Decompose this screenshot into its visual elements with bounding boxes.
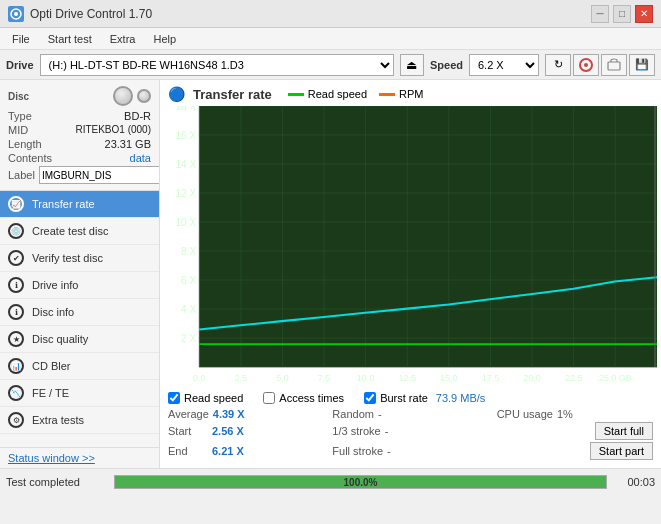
mid-value: RITEKBO1 (000)	[75, 124, 151, 136]
checkboxes-row: Read speed Access times Burst rate 73.9 …	[168, 392, 653, 404]
full-stroke-row: Full stroke -	[332, 442, 488, 460]
start-label: Start	[168, 425, 208, 437]
disc-info-icon: ℹ	[8, 304, 24, 320]
create-test-disc-icon: 💿	[8, 223, 24, 239]
eject-button[interactable]: ⏏	[400, 54, 424, 76]
label-input[interactable]	[39, 166, 160, 184]
type-value: BD-R	[124, 110, 151, 122]
stroke-1-3-row: 1/3 stroke -	[332, 422, 488, 440]
disc-icon-btn[interactable]	[573, 54, 599, 76]
nav-item-drive-info[interactable]: ℹ Drive info	[0, 272, 159, 299]
svg-text:15.0: 15.0	[440, 373, 458, 383]
read-speed-checkbox[interactable]	[168, 392, 180, 404]
rpm-color	[379, 93, 395, 96]
stats-grid: Average 4.39 X Random - CPU usage 1% Sta…	[168, 408, 653, 460]
minimize-button[interactable]: ─	[591, 5, 609, 23]
maximize-button[interactable]: □	[613, 5, 631, 23]
sidebar: Disc Type BD-R MID RITEKBO1 (000) Length…	[0, 80, 160, 468]
close-button[interactable]: ✕	[635, 5, 653, 23]
svg-text:17.5: 17.5	[482, 373, 500, 383]
app-icon	[8, 6, 24, 22]
speed-select[interactable]: 6.2 X	[469, 54, 539, 76]
start-part-cell: Start part	[497, 442, 653, 460]
chart-bottom: Read speed Access times Burst rate 73.9 …	[164, 388, 657, 464]
cpu-row: CPU usage 1%	[497, 408, 653, 420]
nav-item-cd-bler[interactable]: 📊 CD Bler	[0, 353, 159, 380]
end-value: 6.21 X	[212, 445, 252, 457]
full-stroke-value: -	[387, 445, 391, 457]
fe-te-icon: 📉	[8, 385, 24, 401]
svg-point-3	[584, 63, 588, 67]
nav-item-verify-test-disc[interactable]: ✔ Verify test disc	[0, 245, 159, 272]
burst-rate-checkbox-text: Burst rate	[380, 392, 428, 404]
burst-rate-checkbox-label[interactable]: Burst rate 73.9 MB/s	[364, 392, 485, 404]
read-speed-checkbox-text: Read speed	[184, 392, 243, 404]
nav-item-extra-tests[interactable]: ⚙ Extra tests	[0, 407, 159, 434]
start-full-cell: Start full	[497, 422, 653, 440]
action-buttons: ↻ 💾	[545, 54, 655, 76]
window-controls: ─ □ ✕	[591, 5, 653, 23]
menu-file[interactable]: File	[4, 31, 38, 47]
cpu-label: CPU usage	[497, 408, 553, 420]
average-label: Average	[168, 408, 209, 420]
nav-items: 📈 Transfer rate 💿 Create test disc ✔ Ver…	[0, 191, 159, 447]
contents-value: data	[130, 152, 151, 164]
nav-item-disc-info[interactable]: ℹ Disc info	[0, 299, 159, 326]
erase-button[interactable]	[601, 54, 627, 76]
length-value: 23.31 GB	[105, 138, 151, 150]
progress-bar-container: 100.0%	[114, 475, 607, 489]
menu-extra[interactable]: Extra	[102, 31, 144, 47]
access-times-checkbox[interactable]	[263, 392, 275, 404]
access-times-checkbox-text: Access times	[279, 392, 344, 404]
nav-item-fe-te[interactable]: 📉 FE / TE	[0, 380, 159, 407]
start-full-button[interactable]: Start full	[595, 422, 653, 440]
svg-text:7.5: 7.5	[318, 373, 331, 383]
start-part-button[interactable]: Start part	[590, 442, 653, 460]
nav-label-disc-quality: Disc quality	[32, 333, 88, 345]
nav-label-transfer-rate: Transfer rate	[32, 198, 95, 210]
menu-help[interactable]: Help	[145, 31, 184, 47]
start-row: Start 2.56 X	[168, 422, 324, 440]
status-text: Test completed	[6, 476, 106, 488]
average-row: Average 4.39 X	[168, 408, 324, 420]
access-times-checkbox-label[interactable]: Access times	[263, 392, 344, 404]
nav-label-create-test-disc: Create test disc	[32, 225, 108, 237]
svg-text:12 X: 12 X	[176, 188, 197, 199]
type-label: Type	[8, 110, 32, 122]
random-row: Random -	[332, 408, 488, 420]
extra-tests-icon: ⚙	[8, 412, 24, 428]
svg-text:4 X: 4 X	[181, 304, 196, 315]
nav-label-cd-bler: CD Bler	[32, 360, 71, 372]
svg-text:22.5: 22.5	[565, 373, 583, 383]
svg-rect-5	[199, 106, 657, 367]
read-speed-checkbox-label[interactable]: Read speed	[168, 392, 243, 404]
stroke-1-3-label: 1/3 stroke	[332, 425, 380, 437]
disc-icons	[113, 86, 151, 106]
chart-icon: 🔵	[168, 86, 185, 102]
nav-label-extra-tests: Extra tests	[32, 414, 84, 426]
disc-length-row: Length 23.31 GB	[8, 138, 151, 150]
burst-rate-value: 73.9 MB/s	[436, 392, 486, 404]
legend-rpm: RPM	[379, 88, 423, 100]
disc-label-field: Label 🔍	[8, 166, 151, 184]
nav-item-transfer-rate[interactable]: 📈 Transfer rate	[0, 191, 159, 218]
status-window-button[interactable]: Status window >>	[0, 447, 159, 468]
disc-graphic-1	[113, 86, 133, 106]
refresh-button[interactable]: ↻	[545, 54, 571, 76]
svg-point-1	[14, 12, 18, 16]
transfer-rate-chart: 18 X 16 X 14 X 12 X 10 X 8 X 6 X 4 X 2 X…	[164, 106, 657, 388]
nav-item-disc-quality[interactable]: ★ Disc quality	[0, 326, 159, 353]
drive-select[interactable]: (H:) HL-DT-ST BD-RE WH16NS48 1.D3	[40, 54, 394, 76]
nav-item-create-test-disc[interactable]: 💿 Create test disc	[0, 218, 159, 245]
menu-start-test[interactable]: Start test	[40, 31, 100, 47]
menubar: File Start test Extra Help	[0, 28, 661, 50]
disc-type-row: Type BD-R	[8, 110, 151, 122]
average-value: 4.39 X	[213, 408, 253, 420]
nav-label-drive-info: Drive info	[32, 279, 78, 291]
save-button[interactable]: 💾	[629, 54, 655, 76]
start-value: 2.56 X	[212, 425, 252, 437]
verify-test-disc-icon: ✔	[8, 250, 24, 266]
contents-label: Contents	[8, 152, 52, 164]
svg-text:12.5: 12.5	[398, 373, 416, 383]
burst-rate-checkbox[interactable]	[364, 392, 376, 404]
